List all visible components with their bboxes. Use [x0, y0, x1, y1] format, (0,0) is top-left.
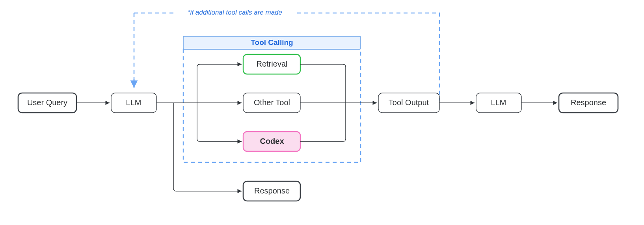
node-llm-2: LLM	[476, 93, 521, 113]
retrieval-label: Retrieval	[257, 60, 288, 68]
node-user-query: User Query	[18, 93, 76, 113]
edge-branch-retrieval	[197, 64, 242, 103]
codex-label: Codex	[260, 137, 284, 145]
node-codex: Codex	[243, 132, 300, 151]
group-title: Tool Calling	[251, 38, 293, 46]
loop-annotation: *if additional tool calls are made	[188, 9, 282, 16]
node-response-final: Response	[559, 93, 618, 113]
node-retrieval: Retrieval	[243, 54, 300, 74]
node-llm-1: LLM	[111, 93, 156, 113]
other-tool-label: Other Tool	[254, 98, 290, 107]
node-response-direct: Response	[243, 181, 300, 201]
response1-label: Response	[254, 186, 290, 195]
tool-output-label: Tool Output	[389, 98, 429, 107]
user-query-label: User Query	[27, 98, 67, 107]
node-other-tool: Other Tool	[243, 93, 300, 113]
llm1-label: LLM	[126, 98, 141, 107]
edge-retrieval-merge	[300, 64, 346, 103]
response2-label: Response	[571, 98, 606, 107]
llm2-label: LLM	[491, 98, 506, 107]
edge-codex-merge	[300, 103, 346, 141]
edge-branch-codex	[197, 103, 242, 141]
node-tool-output: Tool Output	[378, 93, 439, 113]
